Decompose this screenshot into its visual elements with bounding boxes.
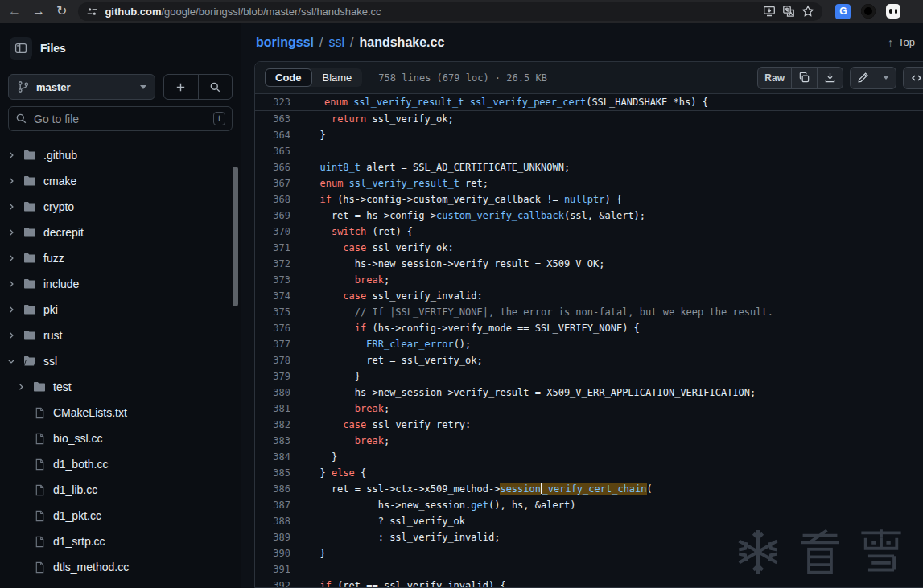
line-number[interactable]: 385 — [255, 465, 290, 481]
file-item-d1_srtp.cc[interactable]: d1_srtp.cc — [0, 528, 241, 554]
line-number[interactable]: 379 — [255, 368, 290, 384]
line-number[interactable]: 366 — [255, 159, 290, 175]
line-number[interactable]: 386 — [255, 481, 290, 497]
line-number[interactable]: 374 — [255, 288, 290, 304]
reload-icon[interactable]: ↻ — [56, 5, 67, 18]
line-number[interactable]: 372 — [255, 256, 290, 272]
code-token: // If |SSL_VERIFY_NONE|, the error is no… — [355, 306, 773, 318]
chevron-right-icon[interactable] — [5, 329, 18, 342]
line-number[interactable]: 390 — [255, 545, 290, 561]
line-code: if (hs->config->verify_mode == SSL_VERIF… — [290, 320, 640, 336]
folder-item-ssl[interactable]: ssl — [0, 348, 241, 374]
chevron-down-icon[interactable] — [5, 355, 18, 368]
folder-item-cmake[interactable]: cmake — [0, 168, 241, 194]
line-number[interactable]: 391 — [255, 561, 290, 578]
extension-robot-icon[interactable] — [886, 4, 900, 19]
chevron-right-icon[interactable] — [5, 175, 18, 187]
code-line-384: 384 } — [255, 449, 923, 465]
url-text[interactable]: github.com/google/boringssl/blob/master/… — [105, 6, 756, 18]
raw-button[interactable]: Raw — [758, 68, 791, 88]
copy-icon[interactable] — [791, 68, 817, 88]
code-token — [308, 113, 332, 125]
chevron-right-icon[interactable] — [5, 149, 18, 162]
file-item-d1_both.cc[interactable]: d1_both.cc — [0, 451, 241, 477]
chevron-right-icon[interactable] — [5, 303, 18, 316]
file-item-bio_ssl.cc[interactable]: bio_ssl.cc — [0, 426, 241, 451]
git-branch-icon — [17, 80, 30, 93]
code-token — [308, 339, 366, 350]
line-number[interactable]: 378 — [255, 352, 290, 368]
translate-icon[interactable] — [782, 5, 795, 18]
breadcrumb-dir-link[interactable]: ssl — [328, 35, 344, 50]
line-number[interactable]: 373 — [255, 272, 290, 288]
forward-icon[interactable]: → — [32, 5, 45, 18]
folder-item-crypto[interactable]: crypto — [0, 194, 241, 220]
folder-item-fuzz[interactable]: fuzz — [0, 245, 241, 271]
file-item-d1_lib.cc[interactable]: d1_lib.cc — [0, 477, 241, 503]
line-number[interactable]: 381 — [255, 401, 290, 417]
folder-item-test[interactable]: test — [0, 374, 241, 400]
line-number[interactable]: 375 — [255, 304, 290, 320]
line-number[interactable]: 369 — [255, 208, 290, 224]
chevron-right-icon[interactable] — [5, 252, 18, 265]
new-file-button[interactable] — [164, 75, 198, 99]
edit-dropdown-button[interactable] — [876, 68, 896, 88]
folder-item-rust[interactable]: rust — [0, 323, 241, 348]
back-icon[interactable]: ← — [8, 5, 21, 18]
file-item-CMakeLists.txt[interactable]: CMakeLists.txt — [0, 400, 241, 426]
translate-extension-icon[interactable]: G — [835, 4, 851, 19]
line-number[interactable]: 383 — [255, 433, 290, 449]
line-number[interactable]: 368 — [255, 191, 290, 208]
line-number[interactable]: 367 — [255, 175, 290, 191]
line-number[interactable]: 364 — [255, 127, 290, 143]
highlighted-token: _verify_cert_chain — [542, 483, 647, 495]
address-bar[interactable]: github.com/google/boringssl/blob/master/… — [78, 2, 822, 21]
folder-item-pki[interactable]: pki — [0, 297, 241, 323]
branch-selector[interactable]: master — [8, 74, 155, 100]
line-number[interactable]: 376 — [255, 320, 290, 336]
tree-item-label: rust — [43, 329, 62, 342]
folder-item-include[interactable]: include — [0, 271, 241, 297]
file-item-d1_pkt.cc[interactable]: d1_pkt.cc — [0, 503, 241, 528]
breadcrumb-repo-link[interactable]: boringssl — [256, 35, 314, 50]
line-number[interactable]: 370 — [255, 224, 290, 240]
tab-blame[interactable]: Blame — [312, 68, 363, 87]
download-icon[interactable] — [817, 68, 843, 88]
arrow-up-icon: ↑ — [888, 36, 893, 49]
folder-item-.github[interactable]: .github — [0, 142, 241, 168]
sidebar-scrollbar[interactable] — [233, 167, 238, 306]
chevron-right-icon[interactable] — [5, 200, 18, 213]
tab-code[interactable]: Code — [265, 68, 312, 87]
bookmark-star-icon[interactable] — [801, 5, 814, 18]
collapse-panel-icon[interactable] — [10, 37, 32, 60]
edit-pencil-icon[interactable] — [851, 68, 876, 88]
line-number[interactable]: 388 — [255, 513, 290, 529]
line-number[interactable]: 323 — [255, 94, 290, 110]
code-token: return — [332, 113, 366, 125]
extension-circle-icon[interactable] — [861, 4, 876, 19]
line-number[interactable]: 377 — [255, 336, 290, 352]
line-number[interactable]: 380 — [255, 384, 290, 401]
goto-file-field[interactable]: t — [8, 106, 233, 131]
folder-item-decrepit[interactable]: decrepit — [0, 220, 241, 245]
line-number[interactable]: 363 — [255, 111, 290, 127]
line-number[interactable]: 365 — [255, 143, 290, 159]
back-to-top-button[interactable]: ↑ Top — [888, 36, 915, 49]
line-number[interactable]: 384 — [255, 449, 290, 465]
goto-file-input[interactable] — [34, 113, 207, 125]
line-number[interactable]: 389 — [255, 529, 290, 545]
chevron-right-icon[interactable] — [14, 380, 27, 393]
file-item-dtls_method.cc[interactable]: dtls_method.cc — [0, 554, 241, 580]
symbols-icon[interactable] — [904, 68, 923, 88]
code-token: ret = hs->config-> — [308, 210, 436, 221]
search-tree-button[interactable] — [198, 75, 233, 99]
line-number[interactable]: 371 — [255, 240, 290, 256]
line-number[interactable]: 382 — [255, 417, 290, 433]
chevron-right-icon[interactable] — [5, 226, 18, 239]
url-tune-icon[interactable] — [86, 6, 98, 18]
install-page-icon[interactable] — [763, 5, 776, 18]
code-token: } — [308, 130, 326, 141]
chevron-right-icon[interactable] — [5, 278, 18, 290]
line-number[interactable]: 392 — [255, 578, 290, 588]
line-number[interactable]: 387 — [255, 497, 290, 513]
